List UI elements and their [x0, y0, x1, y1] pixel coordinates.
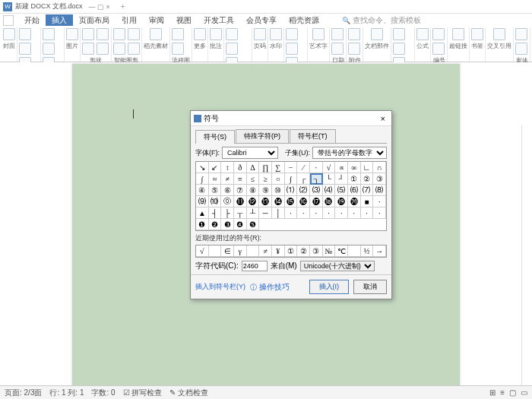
symbol-cell[interactable]: √	[323, 162, 336, 173]
cancel-button[interactable]: 取消	[353, 280, 387, 294]
symbol-cell[interactable]: ⓴	[348, 196, 361, 207]
settings-icon[interactable]	[3, 15, 14, 26]
close-icon[interactable]: ×	[378, 114, 388, 123]
symbol-cell[interactable]: ≈	[209, 173, 222, 185]
ribbon-icon[interactable]	[97, 28, 109, 40]
symbol-cell[interactable]: ┘	[335, 173, 348, 185]
recent-symbol-cell[interactable]: ≠	[259, 245, 272, 257]
insert-to-bar-link[interactable]: 插入到符号栏(Y)	[195, 282, 245, 292]
symbol-cell[interactable]: ┐	[310, 173, 323, 185]
status-doc-check[interactable]: ✎ 文档检查	[169, 388, 208, 398]
view-mode-icon[interactable]: ▢	[509, 388, 516, 397]
view-mode-icon[interactable]: ≡	[500, 388, 505, 397]
view-mode-icon[interactable]: ⊞	[489, 388, 496, 397]
symbol-cell[interactable]: Δ	[247, 162, 260, 173]
symbol-cell[interactable]: ⑤	[209, 185, 222, 196]
ribbon-icon[interactable]	[331, 28, 344, 40]
symbol-cell[interactable]: ❸	[221, 219, 234, 230]
symbol-cell[interactable]: ⑧	[247, 185, 260, 196]
ribbon-icon[interactable]	[286, 28, 298, 40]
symbol-cell[interactable]: ⑸	[335, 185, 348, 196]
recent-symbol-cell[interactable]: ℃	[335, 245, 348, 257]
ribbon-icon[interactable]	[226, 43, 238, 55]
ribbon-icon[interactable]	[331, 43, 344, 55]
search-hint[interactable]: 🔍 查找命令、搜索模板	[342, 15, 421, 26]
symbol-cell[interactable]: ⓳	[335, 196, 348, 207]
menu-tab-2[interactable]: 页面布局	[73, 14, 116, 26]
symbol-cell[interactable]: ≠	[221, 173, 234, 185]
ribbon-icon[interactable]	[371, 28, 383, 40]
symbol-cell[interactable]: ∏	[259, 162, 272, 173]
symbol-cell[interactable]: ⑵	[297, 185, 310, 196]
recent-symbol-cell[interactable]: №	[323, 245, 336, 257]
symbol-cell[interactable]: ┌	[297, 173, 310, 185]
view-mode-icon[interactable]: ▭	[521, 388, 527, 397]
recent-symbol-cell[interactable]: ¥	[272, 245, 285, 257]
symbol-cell[interactable]: ∝	[335, 162, 348, 173]
ribbon-icon[interactable]	[348, 28, 360, 40]
symbol-cell[interactable]: −	[285, 162, 298, 173]
ribbon-icon[interactable]	[128, 43, 140, 55]
recent-symbol-cell[interactable]	[348, 245, 361, 257]
ribbon-icon[interactable]	[515, 43, 527, 55]
recent-symbol-cell[interactable]: ∈	[221, 245, 234, 257]
symbol-cell[interactable]: ·	[285, 207, 298, 219]
symbol-cell[interactable]: ⑶	[310, 185, 323, 196]
symbol-cell[interactable]: ⑨	[259, 185, 272, 196]
ribbon-icon[interactable]	[270, 28, 282, 40]
symbol-cell[interactable]: ∫	[285, 173, 298, 185]
symbol-cell[interactable]: ↙	[209, 162, 222, 173]
symbol-cell[interactable]: ↘	[196, 162, 209, 173]
symbol-cell[interactable]: ⓯	[285, 196, 298, 207]
ribbon-icon[interactable]	[432, 43, 445, 55]
doc-tab-controls[interactable]: — ▢ ×	[89, 3, 110, 11]
symbol-cell[interactable]: ⑦	[234, 185, 247, 196]
recent-symbol-cell[interactable]: ②	[297, 245, 310, 257]
symbol-cell[interactable]: ③	[373, 173, 386, 185]
symbol-cell[interactable]: ⓲	[323, 196, 336, 207]
symbol-cell[interactable]: ⑺	[361, 185, 374, 196]
ribbon-icon[interactable]	[172, 43, 184, 55]
symbol-cell[interactable]: ð	[234, 162, 247, 173]
symbol-cell[interactable]: │	[272, 207, 285, 219]
symbol-cell[interactable]: └	[323, 173, 336, 185]
tips-link[interactable]: ⓘ 操作技巧	[250, 282, 290, 293]
symbol-cell[interactable]: ·	[361, 207, 374, 219]
symbol-cell[interactable]: ·	[323, 207, 336, 219]
ribbon-icon[interactable]	[393, 43, 405, 55]
symbol-cell[interactable]: ⓫	[234, 196, 247, 207]
ribbon-icon[interactable]	[97, 43, 109, 55]
dialog-tab[interactable]: 特殊字符(P)	[236, 129, 289, 143]
ribbon-icon[interactable]	[172, 28, 184, 40]
symbol-cell[interactable]: ⓱	[310, 196, 323, 207]
symbol-cell[interactable]: ┬	[234, 207, 247, 219]
ribbon-icon[interactable]	[416, 28, 429, 40]
new-tab-icon[interactable]: +	[121, 2, 125, 11]
menu-tab-0[interactable]: 开始	[18, 14, 46, 26]
code-input[interactable]	[242, 261, 268, 271]
symbol-cell[interactable]: ·	[348, 207, 361, 219]
symbol-cell[interactable]: ·	[310, 162, 323, 173]
symbol-cell[interactable]: ·	[373, 207, 386, 219]
recent-symbol-cell[interactable]: √	[196, 245, 209, 257]
ribbon-icon[interactable]	[254, 28, 266, 40]
symbol-cell[interactable]: ∞	[348, 162, 361, 173]
ribbon-icon[interactable]	[393, 28, 405, 40]
symbol-cell[interactable]: ⑼	[196, 196, 209, 207]
menu-tab-3[interactable]: 引用	[116, 14, 143, 26]
symbol-cell[interactable]: ❶	[196, 219, 209, 230]
symbol-cell[interactable]: ❺	[247, 219, 260, 230]
menu-tab-1[interactable]: 插入	[46, 14, 73, 26]
menu-tab-7[interactable]: 会员专享	[240, 14, 283, 26]
symbol-cell[interactable]: ①	[348, 173, 361, 185]
symbol-cell[interactable]: ─	[259, 207, 272, 219]
status-spell[interactable]: ☑ 拼写检查	[123, 388, 163, 398]
menu-tab-5[interactable]: 视图	[170, 14, 198, 26]
symbol-cell[interactable]: ⓬	[247, 196, 260, 207]
ribbon-icon[interactable]	[150, 28, 162, 40]
symbol-cell[interactable]: ∟	[361, 162, 374, 173]
ribbon-icon[interactable]	[19, 43, 31, 55]
ribbon-icon[interactable]	[493, 28, 505, 40]
ribbon-icon[interactable]	[312, 28, 325, 40]
symbol-cell[interactable]: ⓰	[297, 196, 310, 207]
